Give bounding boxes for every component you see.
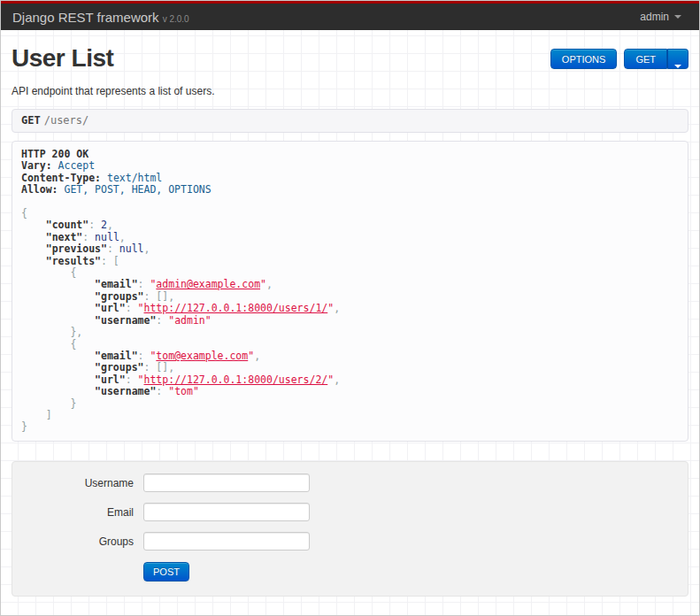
response-token (21, 278, 95, 290)
groups-controls (143, 532, 310, 551)
response-token: "count" (46, 219, 88, 231)
user-menu-dropdown[interactable]: admin (640, 11, 681, 23)
response-token: : (156, 314, 168, 327)
response-token (21, 290, 95, 303)
chevron-down-icon (674, 15, 681, 19)
response-token: , (334, 373, 340, 386)
response-token: : (126, 302, 138, 314)
response-token: { (70, 266, 76, 279)
header-buttons: OPTIONS GET (550, 49, 688, 69)
response-token (21, 409, 46, 421)
response-token (21, 385, 95, 397)
response-token: " (260, 278, 266, 290)
response-token: null (119, 243, 144, 255)
response-token: : (143, 290, 156, 303)
response-token (21, 219, 46, 231)
response-token: "groups" (95, 361, 143, 373)
response-link[interactable]: http://127.0.0.1:8000/users/2/ (144, 373, 328, 386)
response-token (21, 326, 70, 338)
response-token: } (70, 397, 76, 410)
response-token (21, 255, 46, 267)
response-token: HTTP 200 OK (21, 148, 88, 160)
response-token: : [ (101, 255, 119, 267)
username-label: Username (23, 474, 134, 492)
response-token: "username" (95, 385, 156, 397)
response-token: : (143, 361, 156, 373)
response-body: HTTP 200 OK Vary: Accept Content-Type: t… (12, 141, 688, 442)
username-field[interactable] (143, 474, 310, 492)
response-token: " (138, 302, 144, 314)
response-token (21, 266, 70, 279)
response-token: : (156, 385, 168, 397)
get-split-button: GET (624, 49, 688, 69)
form-actions: POST (143, 562, 677, 581)
page-header: User List OPTIONS GET (12, 30, 688, 73)
request-info-bar: GET/users/ (12, 109, 688, 133)
email-field[interactable] (143, 503, 310, 521)
brand-title: Django REST framework (12, 10, 159, 25)
response-token: Vary: (21, 159, 52, 172)
brand-version: v 2.0.0 (163, 14, 189, 24)
response-token (52, 159, 58, 172)
response-token (21, 338, 70, 350)
form-row-email: Email (23, 503, 677, 521)
page: Django REST frameworkv 2.0.0 admin User … (0, 0, 700, 616)
form-row-groups: Groups (23, 532, 677, 551)
response-token: { (70, 338, 76, 350)
response-token: { (21, 207, 27, 219)
response-token (21, 243, 46, 255)
response-token: , (168, 290, 174, 303)
response-token: , (168, 361, 174, 373)
request-path: /users/ (44, 114, 89, 127)
response-link[interactable]: http://127.0.0.1:8000/users/1/ (144, 302, 328, 314)
chevron-down-icon (674, 65, 681, 68)
response-link[interactable]: tom@example.com (156, 350, 248, 362)
response-token (21, 397, 70, 410)
response-token: [] (156, 361, 168, 373)
create-user-form: UsernameEmailGroups POST (12, 461, 688, 597)
response-token (21, 350, 95, 362)
form-rows: UsernameEmailGroups (23, 474, 677, 551)
response-token: : (82, 231, 95, 243)
brand-link[interactable]: Django REST frameworkv 2.0.0 (12, 10, 189, 25)
request-method: GET (21, 114, 41, 127)
response-token: text/html (107, 172, 162, 184)
get-button[interactable]: GET (624, 49, 667, 69)
response-token: , (254, 350, 260, 362)
response-token: "groups" (95, 290, 143, 303)
response-token: "admin" (168, 314, 211, 327)
response-token: , (266, 278, 273, 290)
groups-label: Groups (23, 532, 134, 551)
response-token: : (107, 243, 119, 255)
form-row-username: Username (23, 474, 677, 492)
response-token (21, 314, 95, 327)
response-token: 2 (101, 219, 107, 231)
response-token (21, 361, 95, 373)
response-token: }, (70, 326, 82, 338)
post-button[interactable]: POST (143, 562, 189, 581)
response-token: , (144, 243, 150, 255)
response-token: "url" (95, 302, 126, 314)
email-label: Email (23, 503, 134, 521)
response-token: : (88, 219, 101, 231)
response-token: } (21, 420, 27, 433)
navbar: Django REST frameworkv 2.0.0 admin (1, 1, 699, 30)
response-token: , (107, 219, 113, 231)
get-dropdown-toggle[interactable] (667, 49, 688, 69)
response-token (21, 231, 46, 243)
response-token: , (119, 231, 126, 243)
response-token: : (138, 350, 150, 362)
response-token: Allow: (21, 183, 58, 196)
response-token: "email" (95, 278, 137, 290)
response-link[interactable]: admin@example.com (156, 278, 260, 290)
groups-field[interactable] (143, 532, 310, 551)
response-token: Accept (58, 159, 96, 172)
page-title: User List (12, 44, 113, 73)
response-token: : (126, 373, 138, 386)
response-token: null (95, 231, 119, 243)
response-token: "results" (46, 255, 101, 267)
options-button[interactable]: OPTIONS (550, 49, 618, 69)
email-controls (143, 503, 310, 521)
response-token (21, 373, 95, 386)
response-token: GET, POST, HEAD, OPTIONS (64, 183, 211, 196)
